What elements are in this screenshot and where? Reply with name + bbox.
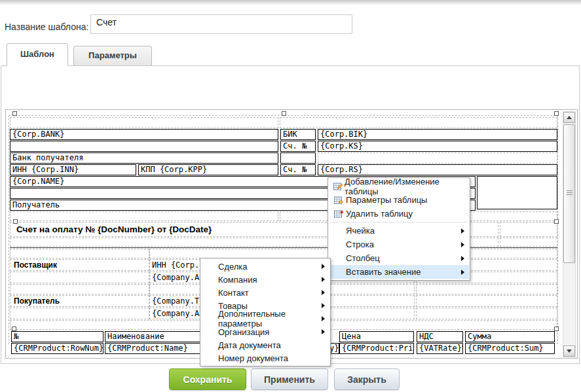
vertical-scrollbar[interactable] bbox=[563, 111, 576, 357]
template-cell[interactable] bbox=[416, 284, 557, 294]
products-value-rownum[interactable]: {CRMProduct:RowNum} bbox=[11, 343, 103, 354]
submenu-arrow-icon bbox=[322, 329, 325, 334]
menu-separator bbox=[331, 222, 467, 223]
menu-item-label: Сделка bbox=[218, 262, 248, 272]
submenu-arrow-icon bbox=[461, 242, 464, 247]
template-cell[interactable]: КПП {Corp.KPP} bbox=[138, 164, 278, 175]
submenu-item-document-number[interactable]: Номер документа bbox=[201, 351, 329, 365]
template-cell[interactable] bbox=[318, 152, 557, 164]
chevron-down-icon bbox=[567, 349, 572, 353]
menu-item-label: Параметры таблицы bbox=[346, 195, 427, 205]
template-cell[interactable]: {Corp.RS} bbox=[318, 164, 557, 175]
template-cell[interactable] bbox=[10, 249, 149, 258]
close-button[interactable]: Закрыть bbox=[334, 368, 400, 390]
resize-handle[interactable] bbox=[12, 111, 17, 116]
template-cell[interactable]: ИНН {Corp.INN} bbox=[10, 164, 136, 175]
submenu-arrow-icon bbox=[322, 277, 325, 282]
scroll-up-button[interactable] bbox=[563, 112, 575, 123]
chevron-up-icon bbox=[567, 116, 572, 119]
menu-item-label: Контакт bbox=[218, 288, 249, 298]
menu-item-cell[interactable]: Ячейка bbox=[329, 224, 469, 238]
supplier-label-cell[interactable]: Поставщик bbox=[10, 259, 149, 271]
resize-handle[interactable] bbox=[554, 219, 559, 224]
menu-item-insert-value[interactable]: Вставить значение bbox=[329, 265, 469, 279]
template-cell[interactable] bbox=[10, 117, 278, 128]
template-cell[interactable]: {Corp.BANK} bbox=[10, 129, 278, 140]
tab-template[interactable]: Шаблон bbox=[7, 43, 68, 66]
template-cell[interactable]: БИК bbox=[280, 129, 316, 140]
menu-item-column[interactable]: Столбец bbox=[329, 251, 469, 265]
template-cell[interactable]: {Corp.BIK} bbox=[318, 129, 557, 140]
template-name-input[interactable] bbox=[90, 14, 352, 34]
products-value-vat[interactable]: {VATRate}% bbox=[417, 343, 463, 354]
template-editor-dialog: Название шаблона: Шаблон Параметры bbox=[0, 0, 581, 392]
menu-item-label: Организация bbox=[218, 327, 269, 337]
menu-item-label: Ячейка bbox=[346, 226, 375, 236]
resize-handle[interactable] bbox=[554, 327, 559, 331]
products-header-vat[interactable]: НДС bbox=[417, 331, 463, 342]
menu-item-label: Удалить таблицу bbox=[346, 209, 413, 219]
menu-item-label: Компания bbox=[218, 275, 257, 285]
menu-item-label: Строка bbox=[346, 240, 374, 249]
submenu-item-document-date[interactable]: Дата документа bbox=[201, 338, 329, 351]
submenu-arrow-icon bbox=[461, 270, 464, 275]
products-value-sum[interactable]: {CRMProduct:Sum} bbox=[465, 343, 555, 354]
products-value-price[interactable]: {CRMProduct:Price} bbox=[339, 343, 414, 354]
scrollbar-grip-icon bbox=[567, 190, 572, 196]
menu-item-label: Дата документа bbox=[218, 340, 281, 350]
save-button[interactable]: Сохранить bbox=[169, 368, 246, 390]
template-cell[interactable] bbox=[280, 152, 316, 164]
submenu-arrow-icon bbox=[322, 316, 325, 321]
submenu-arrow-icon bbox=[461, 228, 464, 234]
menu-item-label: Номер документа bbox=[218, 353, 288, 363]
scrollbar-thumb[interactable] bbox=[563, 124, 575, 263]
table-delete-icon bbox=[331, 209, 346, 219]
buyer-label-cell[interactable]: Покупатель bbox=[10, 295, 149, 307]
menu-item-label: Вставить значение bbox=[346, 267, 421, 277]
template-cell[interactable] bbox=[10, 141, 278, 152]
menu-item-delete-table[interactable]: Удалить таблицу bbox=[329, 207, 469, 221]
resize-handle[interactable] bbox=[13, 219, 18, 224]
menu-item-row[interactable]: Строка bbox=[329, 238, 469, 251]
template-cell[interactable] bbox=[10, 308, 149, 319]
table-guide bbox=[557, 115, 559, 344]
table-border bbox=[10, 247, 557, 248]
template-cell[interactable] bbox=[477, 176, 557, 209]
submenu-item-organization[interactable]: Организация bbox=[201, 325, 329, 338]
tab-parameters[interactable]: Параметры bbox=[73, 46, 152, 65]
template-cell[interactable] bbox=[10, 272, 149, 283]
template-cell[interactable]: Сч. № bbox=[280, 164, 316, 175]
template-cell[interactable] bbox=[10, 284, 149, 294]
template-cell[interactable] bbox=[416, 295, 557, 307]
template-cell[interactable]: {Corp.KS} bbox=[318, 141, 557, 152]
template-cell[interactable]: Банк получателя bbox=[10, 152, 278, 164]
template-cell[interactable] bbox=[500, 238, 557, 247]
resize-handle[interactable] bbox=[554, 111, 559, 116]
template-cell[interactable] bbox=[280, 117, 557, 128]
submenu-arrow-icon bbox=[461, 256, 464, 261]
menu-item-table-properties[interactable]: Параметры таблицы bbox=[329, 193, 469, 207]
submenu-item-company[interactable]: Компания bbox=[201, 273, 329, 286]
submenu-arrow-icon bbox=[322, 264, 325, 269]
insert-value-submenu: Сделка Компания Контакт Товары Дополните… bbox=[200, 258, 331, 366]
resize-handle[interactable] bbox=[12, 327, 16, 331]
submenu-item-deal[interactable]: Сделка bbox=[201, 260, 329, 273]
template-cell[interactable] bbox=[416, 308, 557, 319]
table-properties-icon bbox=[331, 195, 346, 205]
menu-item-add-edit-table[interactable]: Добавление/Изменение таблицы bbox=[329, 179, 469, 193]
apply-button[interactable]: Применить bbox=[251, 368, 328, 390]
template-cell[interactable] bbox=[500, 222, 557, 237]
submenu-item-additional-params[interactable]: Дополнительные параметры bbox=[201, 312, 329, 325]
menu-item-label: Столбец bbox=[346, 253, 380, 263]
template-name-label: Название шаблона: bbox=[5, 22, 88, 32]
template-cell[interactable] bbox=[10, 211, 278, 221]
dialog-top-shadow bbox=[0, 0, 581, 5]
template-cell[interactable]: Сч. № bbox=[280, 141, 316, 152]
products-header-num[interactable]: № bbox=[11, 331, 103, 342]
products-header-price[interactable]: Цена bbox=[339, 331, 414, 342]
resize-handle[interactable] bbox=[282, 111, 286, 116]
table-context-menu: Добавление/Изменение таблицы Параметры т… bbox=[328, 177, 470, 281]
products-header-sum[interactable]: Сумма bbox=[465, 331, 555, 342]
scroll-down-button[interactable] bbox=[563, 346, 575, 357]
submenu-item-contact[interactable]: Контакт bbox=[201, 286, 329, 299]
